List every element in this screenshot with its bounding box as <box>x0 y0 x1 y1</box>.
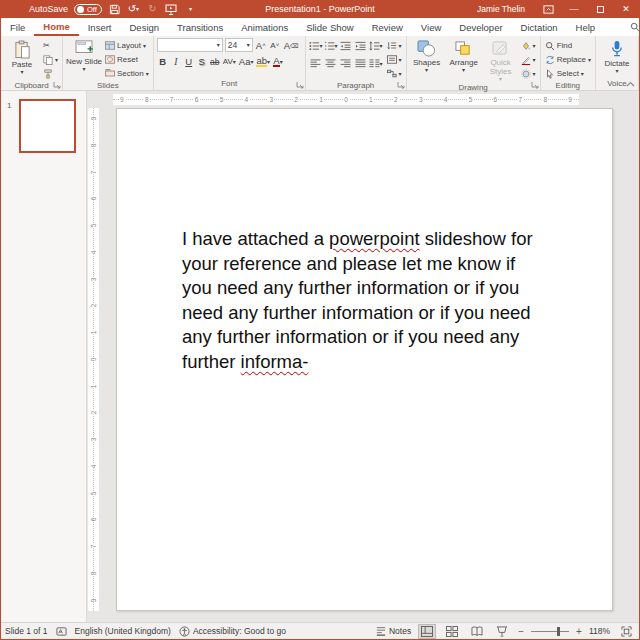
format-painter-button[interactable] <box>42 67 59 80</box>
start-from-beginning-button[interactable] <box>165 2 178 16</box>
shapes-button[interactable]: Shapes <box>410 38 444 73</box>
shape-fill-button[interactable] <box>520 39 537 52</box>
ribbon-tabs: FileHomeInsertDesignTransitionsAnimation… <box>1 18 604 36</box>
convert-to-smartart-button[interactable] <box>386 67 403 80</box>
select-button[interactable]: Select <box>544 67 592 80</box>
maximize-button[interactable] <box>587 0 613 18</box>
maximize-icon <box>597 6 604 13</box>
decrease-indent-button[interactable] <box>339 39 353 52</box>
close-button[interactable]: ✕ <box>613 0 639 18</box>
align-right-icon <box>340 59 351 68</box>
decrease-font-size-button[interactable]: A˅ <box>269 38 281 52</box>
arrange-button[interactable]: Arrange <box>446 38 482 73</box>
bullets-button[interactable] <box>309 39 323 52</box>
tab-review[interactable]: Review <box>363 18 412 36</box>
paragraph-dialog-launcher[interactable] <box>397 81 405 89</box>
slide-1-thumbnail[interactable] <box>19 99 76 153</box>
text-shadow-button[interactable]: S <box>196 55 208 69</box>
tab-view[interactable]: View <box>412 18 450 36</box>
replace-button[interactable]: Replace <box>544 53 592 66</box>
layout-button[interactable]: Layout <box>104 39 150 52</box>
shape-effects-button[interactable] <box>520 67 537 80</box>
justify-button[interactable] <box>354 57 368 70</box>
line-spacing-button[interactable] <box>369 39 383 52</box>
search-input[interactable]: Search <box>630 18 640 36</box>
save-button[interactable] <box>108 2 121 16</box>
chevron-down-icon <box>533 71 536 77</box>
dictate-button[interactable]: Dictate <box>599 38 635 74</box>
zoom-level[interactable]: 118% <box>589 626 610 636</box>
accessibility-status[interactable]: Accessibility: Good to go <box>179 626 286 637</box>
reading-view-button[interactable] <box>468 624 486 639</box>
autosave-toggle[interactable]: Off <box>74 4 102 15</box>
tab-dictation[interactable]: Dictation <box>512 18 567 36</box>
bold-button[interactable]: B <box>157 55 169 69</box>
text-highlight-color-button[interactable]: ab <box>255 55 271 69</box>
section-button[interactable]: Section <box>104 67 150 80</box>
copy-button[interactable] <box>42 53 59 66</box>
slide-text[interactable]: I have attached a powerpoint slideshow f… <box>182 227 533 375</box>
zoom-slider[interactable] <box>531 631 569 632</box>
customize-quick-access-button[interactable] <box>184 2 197 16</box>
vertical-ruler[interactable]: 9876543210123456789 <box>88 108 99 611</box>
columns-button[interactable] <box>369 57 383 70</box>
user-name[interactable]: Jamie Thelin <box>477 4 525 14</box>
slide-editing-surface[interactable]: I have attached a powerpoint slideshow f… <box>116 108 613 611</box>
replace-icon <box>545 55 555 65</box>
clear-formatting-button[interactable]: A⌫ <box>283 38 300 52</box>
font-name-combobox[interactable] <box>157 38 223 52</box>
tab-home[interactable]: Home <box>34 18 78 36</box>
zoom-in-button[interactable]: + <box>576 626 582 637</box>
numbering-button[interactable] <box>324 39 338 52</box>
language-indicator[interactable]: English (United Kingdom) <box>75 626 171 636</box>
align-right-button[interactable] <box>339 57 353 70</box>
fit-slide-to-window-button[interactable] <box>617 624 635 639</box>
text-direction-button[interactable] <box>386 39 403 52</box>
align-center-button[interactable] <box>324 57 338 70</box>
increase-indent-button[interactable] <box>354 39 368 52</box>
chevron-down-icon <box>280 59 283 65</box>
undo-button[interactable]: ↺ <box>127 2 140 16</box>
character-spacing-button[interactable]: AV <box>222 55 237 69</box>
zoom-slider-thumb[interactable] <box>557 627 560 636</box>
cut-button[interactable]: ✂ <box>42 39 59 52</box>
tab-design[interactable]: Design <box>120 18 168 36</box>
find-button[interactable]: Find <box>544 39 592 52</box>
tab-file[interactable]: File <box>1 18 34 36</box>
tab-insert[interactable]: Insert <box>79 18 121 36</box>
slide-indicator[interactable]: Slide 1 of 1 <box>5 626 48 636</box>
collapse-ribbon-button[interactable] <box>626 81 635 87</box>
notes-button[interactable]: Notes <box>376 626 411 636</box>
reset-button[interactable]: Reset <box>104 53 150 66</box>
tab-help[interactable]: Help <box>567 18 605 36</box>
normal-view-button[interactable] <box>418 624 436 639</box>
zoom-out-button[interactable]: − <box>518 626 524 637</box>
font-color-button[interactable]: A <box>272 55 284 69</box>
clipboard-dialog-launcher[interactable] <box>53 81 61 89</box>
increase-font-size-button[interactable]: A˄ <box>255 38 267 52</box>
italic-button[interactable]: I <box>170 55 182 69</box>
font-size-combobox[interactable]: 24 <box>225 38 253 52</box>
horizontal-ruler[interactable]: 9876543210123456789 <box>113 94 579 105</box>
align-text-button[interactable] <box>386 53 403 66</box>
change-case-button[interactable]: Aa <box>238 55 255 69</box>
underline-button[interactable]: U <box>183 55 195 69</box>
slide-show-button[interactable] <box>493 624 511 639</box>
quick-styles-button[interactable]: Quick Styles <box>484 38 518 82</box>
tab-animations[interactable]: Animations <box>232 18 297 36</box>
tab-transitions[interactable]: Transitions <box>168 18 232 36</box>
slide-sorter-view-button[interactable] <box>443 624 461 639</box>
new-slide-button[interactable]: New Slide <box>66 38 102 72</box>
tab-slide-show[interactable]: Slide Show <box>297 18 363 36</box>
align-left-button[interactable] <box>309 57 323 70</box>
shape-outline-button[interactable] <box>520 53 537 66</box>
paste-button[interactable]: Paste <box>4 38 40 75</box>
drawing-dialog-launcher[interactable] <box>531 81 539 89</box>
tab-developer[interactable]: Developer <box>450 18 511 36</box>
minimize-button[interactable]: — <box>561 0 587 18</box>
ribbon-display-options-button[interactable] <box>535 0 561 18</box>
spell-check-button[interactable] <box>56 626 67 637</box>
strikethrough-button[interactable]: ab <box>209 55 221 69</box>
redo-button[interactable]: ↻ <box>146 2 159 16</box>
font-dialog-launcher[interactable] <box>296 81 304 89</box>
